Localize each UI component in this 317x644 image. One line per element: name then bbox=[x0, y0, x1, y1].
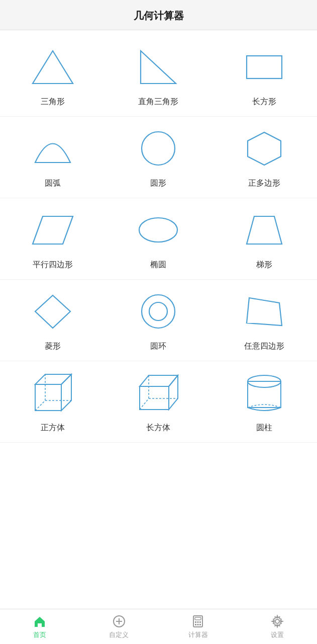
svg-marker-0 bbox=[33, 51, 73, 84]
tab-home[interactable]: 首页 bbox=[0, 609, 79, 644]
title-text: 几何计算器 bbox=[134, 10, 184, 21]
svg-line-21 bbox=[140, 398, 149, 410]
shape-cell-annulus[interactable]: 圆环 bbox=[105, 280, 211, 361]
svg-marker-5 bbox=[33, 216, 73, 244]
svg-rect-35 bbox=[197, 624, 199, 625]
svg-marker-11 bbox=[247, 298, 282, 326]
tab-settings-label: 设置 bbox=[271, 630, 284, 639]
svg-rect-31 bbox=[195, 621, 196, 623]
shape-icon-cube bbox=[25, 370, 80, 416]
svg-rect-36 bbox=[199, 624, 201, 625]
svg-rect-12 bbox=[35, 384, 61, 411]
shape-label-ellipse: 椭圆 bbox=[150, 260, 166, 270]
svg-point-37 bbox=[275, 619, 279, 623]
tab-custom[interactable]: 自定义 bbox=[79, 609, 159, 644]
svg-marker-7 bbox=[247, 216, 282, 244]
tab-settings[interactable]: 设置 bbox=[238, 609, 317, 644]
shape-icon-quad bbox=[237, 289, 292, 334]
svg-point-3 bbox=[142, 132, 175, 165]
svg-marker-1 bbox=[141, 51, 176, 84]
tab-home-label: 首页 bbox=[33, 630, 46, 639]
svg-rect-2 bbox=[247, 56, 282, 78]
shape-label-rhombus: 菱形 bbox=[45, 341, 61, 352]
svg-rect-32 bbox=[197, 621, 199, 623]
tab-calculator[interactable]: 计算器 bbox=[159, 609, 238, 644]
svg-line-15 bbox=[35, 400, 45, 411]
shape-icon-circle bbox=[131, 126, 186, 171]
svg-rect-34 bbox=[195, 624, 196, 625]
shape-cell-parallelogram[interactable]: 平行四边形 bbox=[0, 198, 105, 280]
shape-label-quad: 任意四边形 bbox=[244, 341, 284, 352]
shape-cell-cylinder[interactable]: 圆柱 bbox=[212, 361, 317, 443]
svg-marker-14 bbox=[61, 374, 71, 411]
shape-label-parallelogram: 平行四边形 bbox=[33, 260, 73, 270]
shape-label-cube: 正方体 bbox=[41, 423, 65, 433]
shape-cell-rhombus[interactable]: 菱形 bbox=[0, 280, 105, 361]
shape-label-circle: 圆形 bbox=[150, 178, 166, 189]
svg-point-9 bbox=[142, 295, 175, 328]
shape-label-right-triangle: 直角三角形 bbox=[138, 97, 178, 107]
svg-marker-20 bbox=[169, 375, 178, 410]
main-content: 三角形 直角三角形 长方形 bbox=[0, 30, 317, 609]
shape-cell-circle[interactable]: 圆形 bbox=[105, 117, 211, 198]
svg-marker-19 bbox=[140, 375, 178, 386]
svg-point-10 bbox=[149, 302, 167, 320]
shape-cell-trapezoid[interactable]: 梯形 bbox=[212, 198, 317, 280]
shape-icon-arc bbox=[25, 126, 80, 171]
shape-cell-polygon[interactable]: 正多边形 bbox=[212, 117, 317, 198]
shape-label-trapezoid: 梯形 bbox=[256, 260, 272, 270]
tab-bar: 首页 自定义 计算器 bbox=[0, 609, 317, 644]
shape-icon-rhombus bbox=[25, 289, 80, 334]
tab-calculator-label: 计算器 bbox=[188, 630, 208, 639]
shape-cell-rectangle[interactable]: 长方形 bbox=[212, 35, 317, 117]
svg-point-6 bbox=[139, 218, 177, 242]
shape-icon-rectangle bbox=[237, 44, 292, 90]
svg-marker-4 bbox=[248, 132, 281, 165]
shape-label-rectangle: 长方形 bbox=[252, 97, 276, 107]
shape-icon-annulus bbox=[131, 289, 186, 334]
shape-icon-right-triangle bbox=[131, 44, 186, 90]
shape-label-polygon: 正多边形 bbox=[248, 178, 280, 189]
shape-cell-cube[interactable]: 正方体 bbox=[0, 361, 105, 443]
shape-cell-cuboid[interactable]: 长方体 bbox=[105, 361, 211, 443]
shape-cell-quad[interactable]: 任意四边形 bbox=[212, 280, 317, 361]
shape-icon-parallelogram bbox=[25, 207, 80, 253]
shape-label-cylinder: 圆柱 bbox=[256, 423, 272, 433]
home-icon bbox=[33, 614, 47, 628]
app-title: 几何计算器 bbox=[0, 0, 317, 30]
shape-icon-ellipse bbox=[131, 207, 186, 253]
svg-rect-33 bbox=[199, 621, 201, 623]
shape-cell-ellipse[interactable]: 椭圆 bbox=[105, 198, 211, 280]
shape-icon-cuboid bbox=[131, 370, 186, 416]
svg-rect-30 bbox=[195, 617, 201, 620]
custom-icon bbox=[112, 614, 126, 628]
shape-icon-triangle bbox=[25, 44, 80, 90]
shape-label-triangle: 三角形 bbox=[41, 97, 65, 107]
tab-custom-label: 自定义 bbox=[109, 630, 129, 639]
shape-cell-triangle[interactable]: 三角形 bbox=[0, 35, 105, 117]
shape-cell-right-triangle[interactable]: 直角三角形 bbox=[105, 35, 211, 117]
shape-icon-polygon bbox=[237, 126, 292, 171]
shape-label-cuboid: 长方体 bbox=[146, 423, 170, 433]
svg-rect-18 bbox=[140, 386, 169, 410]
calculator-icon bbox=[191, 614, 205, 628]
shape-icon-trapezoid bbox=[237, 207, 292, 253]
settings-icon bbox=[270, 614, 284, 628]
shape-label-annulus: 圆环 bbox=[150, 341, 166, 352]
shape-icon-cylinder bbox=[237, 370, 292, 416]
shape-cell-arc[interactable]: 圆弧 bbox=[0, 117, 105, 198]
svg-marker-8 bbox=[35, 295, 70, 328]
shape-label-arc: 圆弧 bbox=[45, 178, 61, 189]
shapes-grid: 三角形 直角三角形 长方形 bbox=[0, 35, 317, 443]
